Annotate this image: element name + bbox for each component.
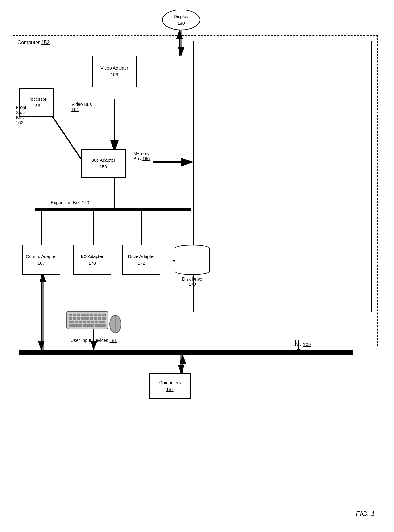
comm-adapter-label: Comm. Adapter [26,253,57,260]
disk-drive-number: 170 [175,282,210,287]
svg-rect-29 [94,314,97,316]
svg-rect-50 [83,324,94,327]
ram-box [193,41,372,312]
video-adapter-box: Video Adapter 109 [92,56,137,87]
user-input-label: User Input Devices [71,338,108,343]
disk-drive-label: Disk Drive [175,276,210,282]
keyboard-area: User Input Devices 181 [65,310,122,343]
svg-rect-34 [77,317,80,320]
io-adapter-label: I/O Adapter [81,253,104,260]
svg-rect-38 [94,317,97,320]
svg-rect-30 [98,314,101,316]
lan-label: LAN 100 [292,342,311,347]
computers-label: Computers [159,379,181,386]
svg-rect-36 [85,317,89,320]
bus-adapter-label: Bus Adapter [91,157,115,164]
processor-label: Processor [26,96,46,103]
comm-adapter-box: Comm. Adapter 167 [22,245,60,275]
svg-rect-35 [81,317,85,320]
svg-rect-51 [95,324,106,327]
svg-rect-27 [85,314,89,316]
figure-label: FIG. 1 [356,510,375,518]
computer-label: Computer 152 [17,40,50,45]
svg-rect-40 [102,317,106,320]
io-adapter-number: 178 [88,260,96,267]
video-adapter-number: 109 [111,72,118,78]
svg-rect-45 [87,321,90,323]
svg-rect-46 [91,321,94,323]
svg-rect-32 [69,317,72,320]
svg-rect-49 [69,324,82,327]
memory-bus-label: Memory Bus 166 [133,151,150,161]
svg-rect-48 [99,321,105,323]
svg-rect-39 [98,317,101,320]
user-input-number: 181 [109,338,117,343]
svg-rect-28 [90,314,93,316]
video-adapter-label: Video Adapter [100,65,128,72]
expansion-bus-label: Expansion Bus 160 [51,200,89,205]
io-adapter-box: I/O Adapter 178 [73,245,111,275]
computers-box: Computers 182 [149,373,191,399]
display-label: Display [174,13,188,20]
svg-rect-41 [69,321,74,323]
svg-marker-55 [297,349,300,352]
svg-rect-24 [73,314,76,316]
display-number: 180 [177,20,185,27]
comm-adapter-number: 167 [37,260,45,267]
display-box: Display 180 [162,10,200,30]
drive-adapter-label: Drive Adapter [128,253,155,260]
video-bus-label: Video Bus 164 [71,102,92,112]
svg-rect-42 [75,321,78,323]
svg-rect-43 [79,321,82,323]
svg-rect-31 [102,314,106,316]
processor-number: 156 [33,103,40,109]
svg-rect-25 [77,314,80,316]
disk-drive: Disk Drive 170 [175,245,210,287]
computers-number: 182 [166,386,173,393]
svg-rect-23 [69,314,72,316]
front-side-bus-label: Front Side Bus 162 [16,105,26,125]
svg-rect-47 [95,321,98,323]
svg-rect-26 [81,314,85,316]
drive-adapter-box: Drive Adapter 172 [122,245,160,275]
svg-rect-37 [90,317,93,320]
bus-adapter-number: 158 [99,164,107,170]
svg-rect-44 [83,321,86,323]
drive-adapter-number: 172 [138,260,145,267]
bus-adapter-box: Bus Adapter 158 [81,149,126,178]
svg-rect-33 [73,317,76,320]
